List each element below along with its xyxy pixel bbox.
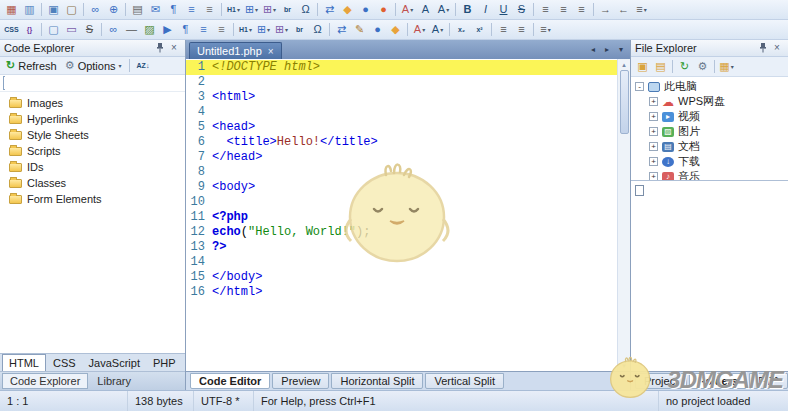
code-line[interactable]: 13?> bbox=[186, 240, 617, 255]
expand-toggle-icon[interactable]: + bbox=[649, 157, 658, 166]
code-line[interactable]: 16</html> bbox=[186, 285, 617, 300]
fe-item[interactable]: +WPS网盘 bbox=[631, 94, 788, 109]
align-left-icon[interactable]: ≡ bbox=[537, 2, 554, 18]
tree-item-scripts[interactable]: Scripts bbox=[0, 143, 185, 159]
indent-icon[interactable]: → bbox=[597, 2, 614, 18]
outdent-icon[interactable]: ← bbox=[615, 2, 632, 18]
tab-preview[interactable]: Preview bbox=[272, 373, 329, 389]
fe-item[interactable]: +下载 bbox=[631, 154, 788, 169]
fill-color-icon[interactable]: ● bbox=[375, 2, 392, 18]
font-color2-dropdown[interactable]: A▾ bbox=[411, 22, 428, 38]
justify-icon[interactable]: ≡ bbox=[495, 22, 512, 38]
strike-tag-icon[interactable]: S bbox=[81, 22, 98, 38]
fe-item[interactable]: +图片 bbox=[631, 124, 788, 139]
tree-item-style-sheets[interactable]: Style Sheets bbox=[0, 127, 185, 143]
superscript-icon[interactable]: x² bbox=[471, 22, 488, 38]
expand-toggle-icon[interactable]: + bbox=[649, 172, 658, 180]
tab-folders[interactable]: Folders bbox=[689, 373, 747, 389]
code-editor[interactable]: 1<!DOCTYPE html>23<html>45<head>6 <title… bbox=[186, 59, 630, 371]
pages-icon[interactable]: ▦ bbox=[3, 2, 20, 18]
code-line[interactable]: 10 bbox=[186, 195, 617, 210]
code-line[interactable]: 12echo("Hello, World!"); bbox=[186, 225, 617, 240]
text-color-icon[interactable]: ● bbox=[357, 2, 374, 18]
highlight-icon[interactable]: ◆ bbox=[339, 2, 356, 18]
mail-icon[interactable]: ✉ bbox=[147, 2, 164, 18]
tab-scroll-right-icon[interactable]: ▸ bbox=[601, 43, 613, 56]
align-center-icon[interactable]: ≡ bbox=[555, 2, 572, 18]
fe-item[interactable]: +视频 bbox=[631, 109, 788, 124]
cell-dropdown[interactable]: ⊞▾ bbox=[273, 22, 290, 38]
align-right-icon[interactable]: ≡ bbox=[573, 2, 590, 18]
expand-toggle-icon[interactable]: + bbox=[649, 142, 658, 151]
tab-horizontal-split[interactable]: Horizontal Split bbox=[331, 373, 423, 389]
drop-blue-icon[interactable]: ● bbox=[369, 22, 386, 38]
numbered-list-icon[interactable]: ≡ bbox=[183, 2, 200, 18]
folders-dropdown[interactable]: ▦▾ bbox=[718, 59, 735, 75]
code-line[interactable]: 2 bbox=[186, 75, 617, 90]
tab-scroll-left-icon[interactable]: ◂ bbox=[587, 43, 599, 56]
tab-code-editor[interactable]: Code Editor bbox=[190, 373, 270, 389]
pin-icon[interactable] bbox=[153, 42, 167, 55]
fe-item[interactable]: +音乐 bbox=[631, 169, 788, 180]
expand-toggle-icon[interactable]: - bbox=[635, 82, 644, 91]
list-settings-dropdown[interactable]: ≡▾ bbox=[537, 22, 554, 38]
brush-icon[interactable]: ✎ bbox=[351, 22, 368, 38]
span-icon[interactable]: ▭ bbox=[63, 22, 80, 38]
code-line[interactable]: 8 bbox=[186, 165, 617, 180]
expand-toggle-icon[interactable]: + bbox=[649, 127, 658, 136]
folder-up-icon[interactable]: ▤ bbox=[652, 59, 669, 75]
table-dropdown[interactable]: ⊞▾ bbox=[255, 22, 272, 38]
h1-dropdown[interactable]: H1▾ bbox=[237, 22, 254, 38]
font2-dropdown[interactable]: A▾ bbox=[429, 22, 446, 38]
document-tab-untitled1[interactable]: Untitled1.php × bbox=[189, 42, 282, 59]
italic-icon[interactable]: I bbox=[477, 2, 494, 18]
tab-php[interactable]: PHP bbox=[147, 355, 182, 371]
code-line[interactable]: 11<?php bbox=[186, 210, 617, 225]
expand-toggle-icon[interactable]: + bbox=[649, 112, 658, 121]
bullet-list-icon[interactable]: ≡ bbox=[201, 2, 218, 18]
arrows-icon[interactable]: ⇄ bbox=[333, 22, 350, 38]
font-dropdown[interactable]: A▾ bbox=[435, 2, 452, 18]
ordered-list-icon[interactable]: ≡ bbox=[195, 22, 212, 38]
tree-item-form-elements[interactable]: Form Elements bbox=[0, 191, 185, 207]
hyperlink-icon[interactable]: ∞ bbox=[87, 2, 104, 18]
tree-item-ids[interactable]: IDs bbox=[0, 159, 185, 175]
div-icon[interactable]: ▢ bbox=[45, 22, 62, 38]
tree-item-images[interactable]: Images bbox=[0, 95, 185, 111]
line-spacing-dropdown[interactable]: ≡▾ bbox=[633, 2, 650, 18]
tab-project[interactable]: Project bbox=[635, 373, 687, 389]
font-grow-icon[interactable]: A bbox=[417, 2, 434, 18]
tab-library[interactable]: Library bbox=[90, 374, 138, 388]
br-icon[interactable]: br bbox=[291, 22, 308, 38]
close-tab-icon[interactable]: × bbox=[268, 46, 274, 57]
options-button[interactable]: ⚙ Options ▾ bbox=[62, 58, 125, 74]
refresh-icon[interactable]: ↻ bbox=[676, 59, 693, 75]
code-line[interactable]: 6 <title>Hello!</title> bbox=[186, 135, 617, 150]
tab-css[interactable]: CSS bbox=[47, 355, 82, 371]
code-line[interactable]: 7</head> bbox=[186, 150, 617, 165]
copy-format-icon[interactable]: ▣ bbox=[45, 2, 62, 18]
code-line[interactable]: 3<html> bbox=[186, 90, 617, 105]
vertical-scrollbar[interactable]: ▴ ▾ bbox=[617, 59, 630, 371]
bold-icon[interactable]: B bbox=[459, 2, 476, 18]
media-icon[interactable]: ▶ bbox=[159, 22, 176, 38]
sort-button[interactable]: AZ↓ bbox=[134, 58, 153, 74]
fe-item[interactable]: +文档 bbox=[631, 139, 788, 154]
tab-list-icon[interactable]: ▾ bbox=[615, 43, 627, 56]
file-list-pane[interactable] bbox=[631, 180, 788, 371]
refresh-button[interactable]: ↻ Refresh bbox=[3, 58, 60, 74]
code-line[interactable]: 15</body> bbox=[186, 270, 617, 285]
horizontal-rule-icon[interactable]: — bbox=[123, 22, 140, 38]
omega-icon[interactable]: Ω bbox=[309, 22, 326, 38]
tab-code-explorer[interactable]: Code Explorer bbox=[2, 373, 88, 389]
line-break-icon[interactable]: br bbox=[279, 2, 296, 18]
center-text-icon[interactable]: ≡ bbox=[513, 22, 530, 38]
code-line[interactable]: 9<body> bbox=[186, 180, 617, 195]
pin-icon[interactable] bbox=[756, 42, 770, 55]
css-braces-icon[interactable]: {} bbox=[21, 22, 38, 38]
insert-form-dropdown[interactable]: ⊞▾ bbox=[261, 2, 278, 18]
print-icon[interactable]: ▤ bbox=[129, 2, 146, 18]
pilcrow-icon[interactable]: ¶ bbox=[165, 2, 182, 18]
unordered-list-icon[interactable]: ≡ bbox=[213, 22, 230, 38]
tab-ftp[interactable]: FTP bbox=[749, 373, 788, 389]
